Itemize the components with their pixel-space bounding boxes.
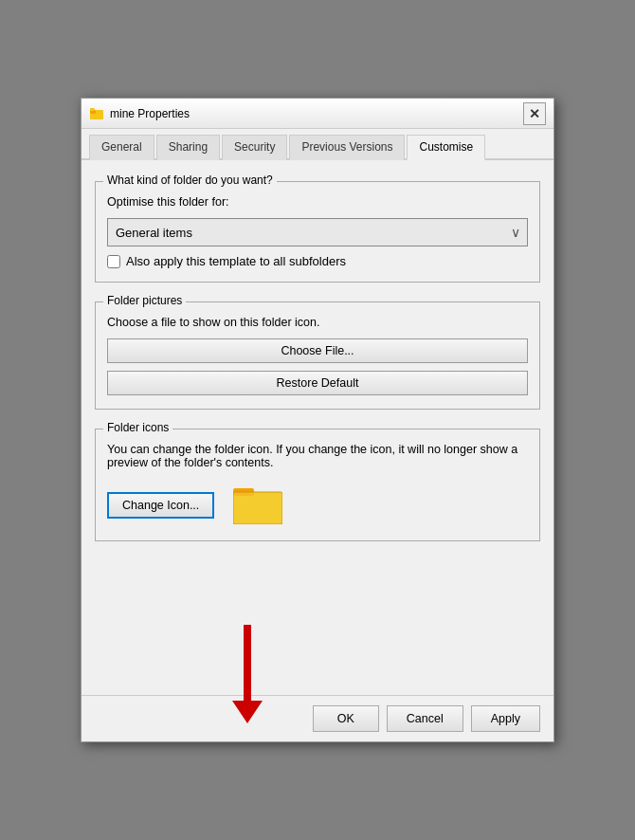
cancel-button[interactable]: Cancel	[387, 705, 463, 732]
window-title: mine Properties	[110, 107, 523, 120]
folder-pictures-group: Folder pictures Choose a file to show on…	[95, 301, 540, 410]
folder-preview-icon	[233, 483, 282, 527]
optimise-label: Optimise this folder for:	[107, 195, 528, 209]
close-button[interactable]: ✕	[523, 102, 546, 125]
folder-type-group: What kind of folder do you want? Optimis…	[95, 181, 540, 283]
folder-type-select[interactable]: General items Documents Pictures Music V…	[107, 218, 528, 247]
tab-customise[interactable]: Customise	[407, 135, 485, 160]
apply-button[interactable]: Apply	[471, 705, 540, 732]
tab-content-customise: What kind of folder do you want? Optimis…	[82, 160, 553, 695]
folder-icons-description: You can change the folder icon. If you c…	[107, 443, 528, 469]
restore-default-button[interactable]: Restore Default	[107, 371, 528, 395]
choose-file-button[interactable]: Choose File...	[107, 338, 528, 363]
dialog-footer: OK Cancel Apply	[82, 695, 553, 741]
apply-subfolders-checkbox[interactable]	[107, 255, 120, 268]
window-icon	[89, 106, 104, 121]
tab-previous-versions[interactable]: Previous Versions	[289, 135, 405, 160]
title-bar: mine Properties ✕	[82, 99, 553, 129]
ok-button[interactable]: OK	[313, 705, 379, 732]
folder-icons-group: Folder icons You can change the folder i…	[95, 429, 540, 541]
apply-subfolders-row: Also apply this template to all subfolde…	[107, 254, 528, 268]
tab-sharing[interactable]: Sharing	[156, 135, 220, 160]
folder-pictures-group-label: Folder pictures	[103, 294, 186, 307]
folder-icons-group-label: Folder icons	[103, 421, 172, 434]
svg-rect-5	[233, 492, 282, 524]
svg-rect-2	[90, 108, 95, 111]
properties-dialog: mine Properties ✕ General Sharing Securi…	[81, 98, 554, 742]
folder-type-group-label: What kind of folder do you want?	[103, 173, 277, 187]
apply-subfolders-label: Also apply this template to all subfolde…	[126, 254, 346, 268]
tab-security[interactable]: Security	[222, 135, 287, 160]
folder-type-select-wrap: General items Documents Pictures Music V…	[107, 218, 528, 247]
change-icon-row: Change Icon...	[107, 483, 528, 527]
tab-bar: General Sharing Security Previous Versio…	[82, 129, 553, 160]
change-icon-button[interactable]: Change Icon...	[107, 492, 214, 519]
folder-pictures-description: Choose a file to show on this folder ico…	[107, 316, 528, 329]
tab-general[interactable]: General	[89, 135, 154, 160]
